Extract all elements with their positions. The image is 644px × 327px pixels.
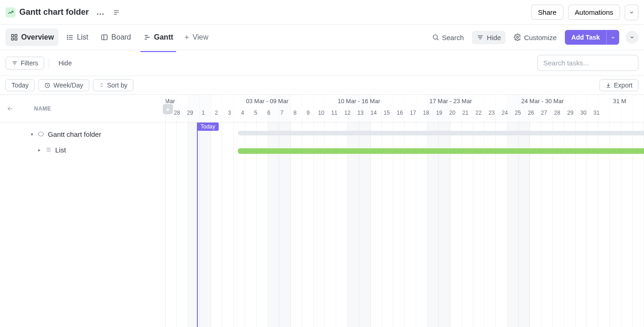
folder-icon [6,7,16,18]
collapse-sidebar-icon[interactable] [110,7,122,18]
add-view-label: View [193,33,208,41]
scale-label: Week/Day [53,82,83,89]
divider [49,58,49,68]
name-column-header: NAME [34,105,51,112]
tab-gantt-label: Gantt [154,33,173,41]
automations-button[interactable]: Automations [568,5,620,20]
board-icon [100,33,109,41]
gantt-bar[interactable] [238,148,644,154]
list-outline-icon [44,146,52,154]
svg-point-10 [67,35,68,35]
overview-icon [10,33,18,41]
name-pane: NAME ▾ Gantt chart folder ▸ List [0,95,166,327]
svg-point-12 [67,39,68,39]
more-tools-button[interactable] [626,31,638,44]
tab-board[interactable]: Board [96,29,136,46]
svg-rect-6 [15,38,17,40]
svg-line-21 [437,39,438,40]
share-button[interactable]: Share [531,5,564,20]
filter-hide-button[interactable]: Hide [54,57,76,69]
svg-point-20 [433,35,437,39]
search-button[interactable]: Search [427,31,469,44]
tab-list-label: List [77,33,88,41]
add-view-button[interactable]: View [184,33,208,41]
list-icon [66,33,74,41]
add-task-button[interactable]: Add Task [565,30,606,45]
hide-label: Hide [487,34,501,41]
hide-button[interactable]: Hide [472,31,506,44]
today-button[interactable]: Today [6,79,34,91]
customize-button[interactable]: Customize [509,31,561,44]
scale-button[interactable]: Week/Day [38,79,89,91]
add-task-caret-button[interactable] [606,30,619,45]
export-button[interactable]: Export [599,79,638,91]
svg-point-11 [67,37,68,37]
svg-rect-5 [12,38,14,40]
back-icon[interactable] [6,105,14,112]
tab-list[interactable]: List [61,29,93,46]
svg-rect-13 [102,35,107,40]
svg-line-31 [47,86,48,86]
tab-gantt[interactable]: Gantt [138,29,178,46]
tab-overview-label: Overview [21,33,54,41]
export-label: Export [614,82,632,89]
today-line [197,123,198,327]
today-flag: Today [197,123,218,131]
caret-right-icon[interactable]: ▸ [37,147,41,152]
sort-button[interactable]: Sort by [93,79,133,91]
folder-outline-icon [37,130,45,138]
tree-node-root[interactable]: ▾ Gantt chart folder [0,126,165,142]
customize-label: Customize [524,34,557,41]
search-label: Search [442,34,464,41]
page-title: Gantt chart folder [19,7,89,17]
svg-point-25 [517,36,518,38]
caret-down-icon[interactable]: ▾ [29,132,34,137]
filters-label: Filters [21,59,38,67]
tree-node-child[interactable]: ▸ List [0,142,165,158]
svg-rect-3 [12,35,14,37]
search-tasks-input[interactable] [537,55,638,71]
tree-node-child-label: List [55,146,66,154]
more-menu-button[interactable]: … [94,7,107,17]
tree-node-root-label: Gantt chart folder [48,130,101,138]
gantt-bar[interactable] [238,131,644,135]
tab-overview[interactable]: Overview [6,29,58,46]
svg-rect-4 [15,35,17,37]
timeline[interactable]: 25 Feb - 02 Mar03 Mar - 09 Mar10 Mar - 1… [166,95,644,327]
gantt-icon [143,33,151,41]
add-column-button[interactable]: + [163,104,173,114]
filters-button[interactable]: Filters [6,57,44,70]
tab-board-label: Board [111,33,131,41]
automations-caret-button[interactable] [625,5,638,20]
sort-label: Sort by [107,82,127,89]
